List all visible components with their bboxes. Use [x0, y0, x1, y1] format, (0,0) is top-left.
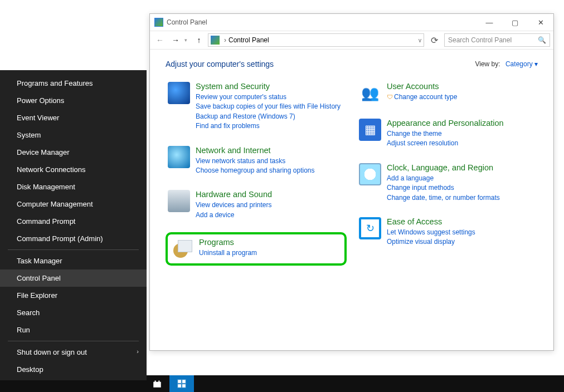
control-panel-icon [154, 18, 163, 27]
refresh-button[interactable]: ⟳ [426, 33, 442, 47]
clock-icon [359, 163, 381, 185]
context-menu-item[interactable]: System [0, 126, 147, 144]
category-link[interactable]: Uninstall a program [199, 248, 341, 258]
control-panel-window: Control Panel — ▢ ✕ ← → ▾ ↑ › Control Pa… [149, 13, 554, 351]
category-link[interactable]: Change input methods [387, 183, 536, 193]
category-shield: System and SecurityReview your computer'… [166, 80, 347, 135]
category-link[interactable]: Let Windows suggest settings [387, 228, 536, 237]
menu-separator [8, 341, 139, 341]
viewby-value: Category [505, 60, 533, 68]
category-hw: Hardware and SoundView devices and print… [166, 188, 347, 223]
context-menu-item[interactable]: Command Prompt [0, 213, 147, 230]
minimize-button[interactable]: — [477, 14, 502, 31]
category-link[interactable]: Backup and Restore (Windows 7) [196, 112, 344, 121]
svg-rect-3 [178, 384, 181, 388]
context-menu-item[interactable]: Power Options [0, 92, 147, 109]
context-menu-item[interactable]: Disk Management [0, 178, 147, 195]
menu-separator [8, 249, 139, 250]
winx-context-menu: Programs and FeaturesPower OptionsEvent … [0, 70, 147, 380]
hw-icon [168, 190, 190, 212]
category-title[interactable]: Hardware and Sound [196, 190, 344, 199]
category-clock: Clock, Language, and RegionAdd a languag… [357, 161, 538, 206]
window-title: Control Panel [167, 18, 207, 26]
address-bar: ← → ▾ ↑ › Control Panel v ⟳ Search Contr… [150, 31, 553, 50]
page-heading: Adjust your computer's settings [166, 60, 475, 68]
context-menu-item[interactable]: Search [0, 304, 147, 321]
maximize-button[interactable]: ▢ [502, 14, 528, 31]
category-title[interactable]: Programs [199, 238, 341, 247]
breadcrumb-bar[interactable]: › Control Panel v [208, 33, 424, 47]
context-menu-item[interactable]: Control Panel [0, 270, 147, 287]
category-title[interactable]: Appearance and Personalization [387, 119, 536, 128]
category-user: User Accounts🛡Change account type [357, 80, 538, 107]
category-title[interactable]: Ease of Access [387, 217, 536, 226]
category-title[interactable]: Clock, Language, and Region [387, 163, 536, 172]
nav-recent-dropdown[interactable]: ▾ [184, 37, 190, 43]
category-link[interactable]: Choose homegroup and sharing options [196, 166, 344, 175]
prog-icon [171, 238, 193, 260]
user-icon [359, 82, 381, 104]
search-icon: 🔍 [538, 36, 546, 44]
svg-rect-1 [178, 380, 181, 383]
category-link[interactable]: Change the theme [387, 129, 536, 139]
context-menu-item[interactable]: Programs and Features [0, 75, 147, 92]
category-ease: Ease of AccessLet Windows suggest settin… [357, 215, 538, 251]
context-menu-item[interactable]: Device Manager [0, 144, 147, 161]
category-appear: Appearance and PersonalizationChange the… [357, 116, 538, 152]
taskbar-store-icon[interactable] [145, 375, 169, 392]
category-link[interactable]: Add a device [196, 210, 344, 220]
search-placeholder-text: Search Control Panel [448, 36, 512, 44]
nav-up-button[interactable]: ↑ [192, 33, 206, 47]
category-net: Network and InternetView network status … [166, 144, 347, 179]
category-link[interactable]: Change date, time, or number formats [387, 193, 536, 203]
taskbar-control-panel-icon[interactable] [169, 375, 194, 392]
svg-rect-2 [182, 380, 186, 383]
shield-icon [168, 82, 190, 104]
context-menu-item[interactable]: Desktop [0, 361, 147, 378]
category-link[interactable]: Adjust screen resolution [387, 139, 536, 148]
breadcrumb-separator: › [224, 36, 226, 44]
chevron-down-icon[interactable]: v [419, 37, 421, 43]
category-link[interactable]: Find and fix problems [196, 121, 344, 131]
category-title[interactable]: Network and Internet [196, 146, 344, 155]
nav-back-button[interactable]: ← [153, 33, 167, 47]
context-menu-item[interactable]: Command Prompt (Admin) [0, 230, 147, 247]
chevron-right-icon: › [137, 348, 139, 355]
context-menu-item[interactable]: Computer Management [0, 195, 147, 213]
context-menu-item[interactable]: Event Viewer [0, 109, 147, 126]
category-link[interactable]: Add a language [387, 174, 536, 183]
svg-rect-4 [182, 384, 186, 388]
control-panel-body: Adjust your computer's settings View by:… [150, 50, 553, 350]
close-button[interactable]: ✕ [528, 14, 553, 31]
net-icon [168, 146, 190, 168]
nav-forward-button[interactable]: → [169, 33, 182, 47]
category-link[interactable]: 🛡Change account type [387, 92, 536, 102]
context-menu-item[interactable]: Shut down or sign out› [0, 344, 147, 361]
viewby-selector[interactable]: View by: Category ▾ [475, 60, 538, 68]
category-title[interactable]: System and Security [196, 82, 344, 91]
control-panel-icon [211, 36, 220, 45]
category-link[interactable]: Review your computer's status [196, 92, 344, 102]
category-title[interactable]: User Accounts [387, 82, 536, 91]
uac-shield-icon: 🛡 [387, 94, 393, 100]
search-input[interactable]: Search Control Panel 🔍 [444, 33, 550, 47]
appear-icon [359, 119, 381, 141]
context-menu-item[interactable]: Run [0, 321, 147, 339]
viewby-label: View by: [475, 60, 500, 68]
ease-icon [359, 217, 381, 239]
context-menu-item[interactable]: Network Connections [0, 161, 147, 178]
category-link[interactable]: Optimize visual display [387, 237, 536, 247]
category-prog: ProgramsUninstall a program [166, 232, 347, 266]
category-link[interactable]: Save backup copies of your files with Fi… [196, 102, 344, 111]
category-link[interactable]: View network status and tasks [196, 156, 344, 166]
context-menu-item[interactable]: File Explorer [0, 287, 147, 304]
category-link[interactable]: View devices and printers [196, 200, 344, 210]
titlebar: Control Panel — ▢ ✕ [150, 14, 553, 31]
context-menu-item[interactable]: Task Manager [0, 252, 147, 270]
breadcrumb-segment[interactable]: Control Panel [228, 36, 269, 44]
